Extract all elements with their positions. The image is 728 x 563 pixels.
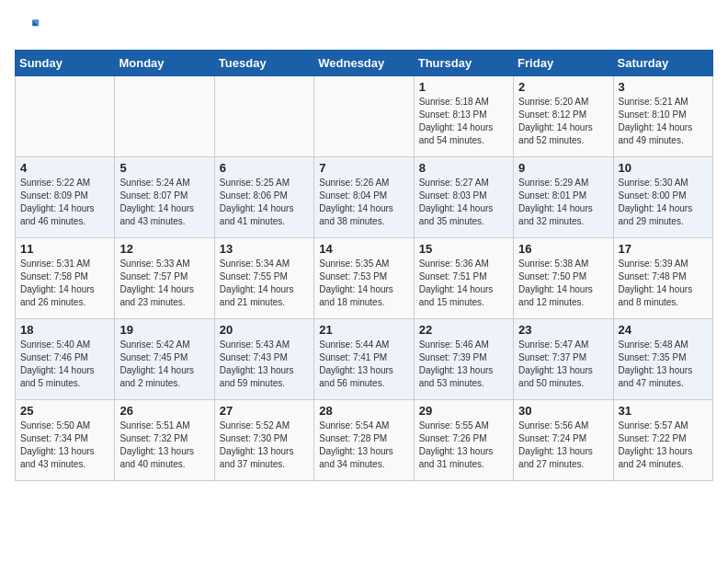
- calendar-week-1: 1Sunrise: 5:18 AM Sunset: 8:13 PM Daylig…: [16, 76, 713, 157]
- calendar-cell: 13Sunrise: 5:34 AM Sunset: 7:55 PM Dayli…: [214, 238, 313, 319]
- day-number: 8: [419, 161, 508, 175]
- day-number: 13: [220, 242, 309, 256]
- calendar-cell: 30Sunrise: 5:56 AM Sunset: 7:24 PM Dayli…: [514, 400, 613, 481]
- cell-content: Sunrise: 5:29 AM Sunset: 8:01 PM Dayligh…: [518, 177, 608, 228]
- calendar-cell: 25Sunrise: 5:50 AM Sunset: 7:34 PM Dayli…: [16, 400, 115, 481]
- calendar-cell: 10Sunrise: 5:30 AM Sunset: 8:00 PM Dayli…: [613, 157, 712, 238]
- day-number: 12: [119, 242, 209, 256]
- calendar-cell: 1Sunrise: 5:18 AM Sunset: 8:13 PM Daylig…: [414, 76, 513, 157]
- calendar-cell: 4Sunrise: 5:22 AM Sunset: 8:09 PM Daylig…: [16, 157, 115, 238]
- day-number: 21: [319, 323, 408, 337]
- day-number: 24: [619, 323, 708, 337]
- calendar-cell: 21Sunrise: 5:44 AM Sunset: 7:41 PM Dayli…: [314, 319, 414, 400]
- cell-content: Sunrise: 5:25 AM Sunset: 8:06 PM Dayligh…: [220, 177, 309, 228]
- calendar-cell: 29Sunrise: 5:55 AM Sunset: 7:26 PM Dayli…: [414, 400, 513, 481]
- cell-content: Sunrise: 5:40 AM Sunset: 7:46 PM Dayligh…: [20, 339, 109, 390]
- calendar-week-3: 11Sunrise: 5:31 AM Sunset: 7:58 PM Dayli…: [16, 238, 713, 319]
- calendar-week-4: 18Sunrise: 5:40 AM Sunset: 7:46 PM Dayli…: [16, 319, 713, 400]
- calendar-cell: 15Sunrise: 5:36 AM Sunset: 7:51 PM Dayli…: [414, 238, 513, 319]
- cell-content: Sunrise: 5:38 AM Sunset: 7:50 PM Dayligh…: [518, 258, 608, 309]
- day-number: 19: [119, 323, 209, 337]
- cell-content: Sunrise: 5:46 AM Sunset: 7:39 PM Dayligh…: [419, 339, 508, 390]
- column-header-saturday: Saturday: [613, 51, 712, 76]
- cell-content: Sunrise: 5:21 AM Sunset: 8:10 PM Dayligh…: [619, 96, 708, 147]
- calendar-cell: 5Sunrise: 5:24 AM Sunset: 8:07 PM Daylig…: [115, 157, 214, 238]
- calendar-cell: 2Sunrise: 5:20 AM Sunset: 8:12 PM Daylig…: [514, 76, 613, 157]
- day-number: 30: [518, 404, 608, 418]
- cell-content: Sunrise: 5:34 AM Sunset: 7:55 PM Dayligh…: [220, 258, 309, 309]
- calendar-cell: 18Sunrise: 5:40 AM Sunset: 7:46 PM Dayli…: [16, 319, 115, 400]
- logo-icon: [15, 15, 40, 40]
- day-number: 25: [20, 404, 109, 418]
- day-number: 31: [619, 404, 708, 418]
- day-number: 15: [419, 242, 508, 256]
- cell-content: Sunrise: 5:43 AM Sunset: 7:43 PM Dayligh…: [220, 339, 309, 390]
- cell-content: Sunrise: 5:42 AM Sunset: 7:45 PM Dayligh…: [119, 339, 209, 390]
- calendar-cell: 11Sunrise: 5:31 AM Sunset: 7:58 PM Dayli…: [16, 238, 115, 319]
- day-number: 10: [619, 161, 708, 175]
- cell-content: Sunrise: 5:57 AM Sunset: 7:22 PM Dayligh…: [619, 419, 708, 471]
- day-number: 4: [20, 161, 109, 175]
- day-number: 23: [518, 323, 608, 337]
- day-number: 11: [20, 242, 109, 256]
- cell-content: Sunrise: 5:51 AM Sunset: 7:32 PM Dayligh…: [119, 419, 209, 471]
- column-header-friday: Friday: [514, 51, 613, 76]
- day-number: 28: [319, 404, 408, 418]
- calendar-cell: 31Sunrise: 5:57 AM Sunset: 7:22 PM Dayli…: [613, 400, 712, 481]
- day-number: 14: [319, 242, 408, 256]
- calendar-cell: 14Sunrise: 5:35 AM Sunset: 7:53 PM Dayli…: [314, 238, 414, 319]
- day-number: 17: [619, 242, 708, 256]
- calendar-cell: 16Sunrise: 5:38 AM Sunset: 7:50 PM Dayli…: [514, 238, 613, 319]
- column-header-wednesday: Wednesday: [314, 51, 414, 76]
- day-number: 18: [20, 323, 109, 337]
- calendar-cell: 12Sunrise: 5:33 AM Sunset: 7:57 PM Dayli…: [115, 238, 214, 319]
- calendar-cell: 3Sunrise: 5:21 AM Sunset: 8:10 PM Daylig…: [613, 76, 712, 157]
- cell-content: Sunrise: 5:54 AM Sunset: 7:28 PM Dayligh…: [319, 419, 408, 471]
- day-number: 5: [119, 161, 209, 175]
- cell-content: Sunrise: 5:30 AM Sunset: 8:00 PM Dayligh…: [619, 177, 708, 228]
- calendar-cell: 8Sunrise: 5:27 AM Sunset: 8:03 PM Daylig…: [414, 157, 513, 238]
- calendar-cell: 7Sunrise: 5:26 AM Sunset: 8:04 PM Daylig…: [314, 157, 414, 238]
- calendar-cell: 9Sunrise: 5:29 AM Sunset: 8:01 PM Daylig…: [514, 157, 613, 238]
- day-number: 22: [419, 323, 508, 337]
- calendar-cell: [16, 76, 115, 157]
- calendar-cell: 22Sunrise: 5:46 AM Sunset: 7:39 PM Dayli…: [414, 319, 513, 400]
- day-number: 7: [319, 161, 408, 175]
- cell-content: Sunrise: 5:31 AM Sunset: 7:58 PM Dayligh…: [20, 258, 109, 309]
- cell-content: Sunrise: 5:48 AM Sunset: 7:35 PM Dayligh…: [619, 339, 708, 390]
- calendar-cell: 20Sunrise: 5:43 AM Sunset: 7:43 PM Dayli…: [214, 319, 313, 400]
- calendar-cell: 28Sunrise: 5:54 AM Sunset: 7:28 PM Dayli…: [314, 400, 414, 481]
- calendar-cell: 24Sunrise: 5:48 AM Sunset: 7:35 PM Dayli…: [613, 319, 712, 400]
- calendar-cell: [214, 76, 313, 157]
- calendar-cell: [115, 76, 214, 157]
- cell-content: Sunrise: 5:27 AM Sunset: 8:03 PM Dayligh…: [419, 177, 508, 228]
- day-number: 6: [220, 161, 309, 175]
- cell-content: Sunrise: 5:44 AM Sunset: 7:41 PM Dayligh…: [319, 339, 408, 390]
- calendar-week-2: 4Sunrise: 5:22 AM Sunset: 8:09 PM Daylig…: [16, 157, 713, 238]
- logo: [15, 15, 44, 40]
- calendar-header-row: SundayMondayTuesdayWednesdayThursdayFrid…: [16, 51, 713, 76]
- calendar-cell: [314, 76, 414, 157]
- day-number: 29: [419, 404, 508, 418]
- cell-content: Sunrise: 5:56 AM Sunset: 7:24 PM Dayligh…: [518, 419, 608, 471]
- cell-content: Sunrise: 5:22 AM Sunset: 8:09 PM Dayligh…: [20, 177, 109, 228]
- cell-content: Sunrise: 5:47 AM Sunset: 7:37 PM Dayligh…: [518, 339, 608, 390]
- calendar-cell: 23Sunrise: 5:47 AM Sunset: 7:37 PM Dayli…: [514, 319, 613, 400]
- day-number: 1: [419, 80, 508, 94]
- day-number: 16: [518, 242, 608, 256]
- calendar-cell: 17Sunrise: 5:39 AM Sunset: 7:48 PM Dayli…: [613, 238, 712, 319]
- day-number: 3: [619, 80, 708, 94]
- cell-content: Sunrise: 5:55 AM Sunset: 7:26 PM Dayligh…: [419, 419, 508, 471]
- cell-content: Sunrise: 5:26 AM Sunset: 8:04 PM Dayligh…: [319, 177, 408, 228]
- cell-content: Sunrise: 5:33 AM Sunset: 7:57 PM Dayligh…: [119, 258, 209, 309]
- day-number: 20: [220, 323, 309, 337]
- cell-content: Sunrise: 5:24 AM Sunset: 8:07 PM Dayligh…: [119, 177, 209, 228]
- day-number: 9: [518, 161, 608, 175]
- cell-content: Sunrise: 5:52 AM Sunset: 7:30 PM Dayligh…: [220, 419, 309, 471]
- column-header-thursday: Thursday: [414, 51, 513, 76]
- calendar-week-5: 25Sunrise: 5:50 AM Sunset: 7:34 PM Dayli…: [16, 400, 713, 481]
- day-number: 27: [220, 404, 309, 418]
- calendar-cell: 19Sunrise: 5:42 AM Sunset: 7:45 PM Dayli…: [115, 319, 214, 400]
- calendar-cell: 26Sunrise: 5:51 AM Sunset: 7:32 PM Dayli…: [115, 400, 214, 481]
- page-header: [15, 15, 713, 40]
